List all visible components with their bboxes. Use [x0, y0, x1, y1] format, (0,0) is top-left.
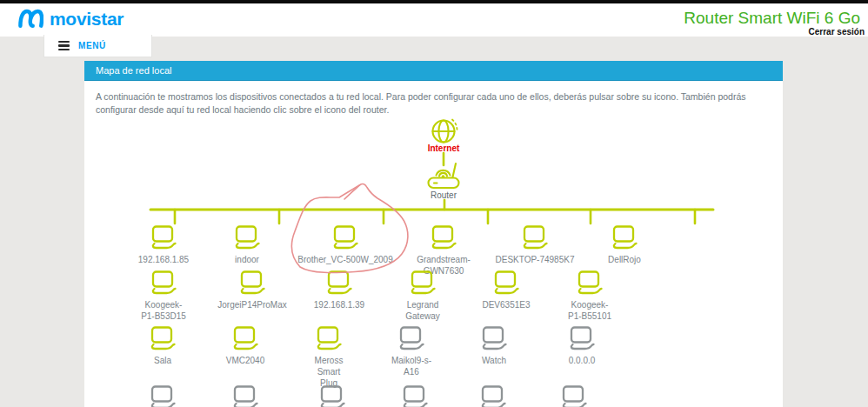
device-icon — [408, 270, 437, 297]
device-icon — [148, 385, 177, 407]
device-icon — [520, 225, 550, 251]
device-icon — [397, 326, 426, 352]
device-icon — [324, 270, 354, 297]
device-icon — [575, 270, 604, 297]
device-layer: 192.168.1.85indoorBrother_VC-500W_2009Gr… — [0, 0, 868, 407]
device-0.0.0.0[interactable]: 0.0.0.0 — [525, 326, 638, 366]
device-label: VMC2040 — [210, 355, 280, 366]
device-Brother_VC-500W_2009[interactable]: Brother_VC-500W_2009 — [289, 225, 402, 265]
device-icon — [567, 326, 597, 352]
device-icon — [429, 225, 458, 251]
device-label: Meross Smart Plug — [309, 355, 349, 389]
device-unnamed[interactable] — [517, 385, 631, 407]
device-icon — [400, 385, 430, 407]
device-icon — [610, 225, 639, 251]
device-icon — [230, 385, 260, 407]
device-indoor[interactable]: indoor — [190, 225, 304, 265]
device-label: Brother_VC-500W_2009 — [289, 254, 402, 265]
device-label: DEV6351E3 — [471, 299, 541, 310]
device-icon — [559, 385, 589, 407]
device-icon — [148, 326, 177, 352]
device-label: Maikol9-s-A16 — [390, 355, 433, 377]
device-label: DellRojo — [585, 254, 664, 265]
device-icon — [479, 326, 509, 352]
device-icon — [237, 270, 267, 297]
device-icon — [314, 326, 344, 352]
device-label: Watch — [468, 355, 520, 366]
device-label: Koogeek-P1-B53D15 — [139, 299, 188, 322]
device-label: Sala — [137, 355, 189, 366]
device-label: 0.0.0.0 — [556, 355, 608, 366]
device-Koogeek-P1-B55101[interactable]: Koogeek-P1-B55101 — [533, 270, 646, 322]
device-icon — [230, 326, 260, 352]
device-icon — [478, 385, 508, 407]
device-label: Koogeek-P1-B55101 — [565, 299, 614, 322]
device-icon — [331, 225, 360, 251]
device-icon — [317, 385, 347, 407]
device-icon — [149, 225, 178, 251]
device-icon — [232, 225, 262, 251]
device-icon — [149, 270, 178, 297]
device-label: Legrand Gateway — [397, 299, 449, 322]
device-DellRojo[interactable]: DellRojo — [568, 225, 681, 265]
device-label: indoor — [208, 254, 286, 265]
device-icon — [491, 270, 521, 297]
